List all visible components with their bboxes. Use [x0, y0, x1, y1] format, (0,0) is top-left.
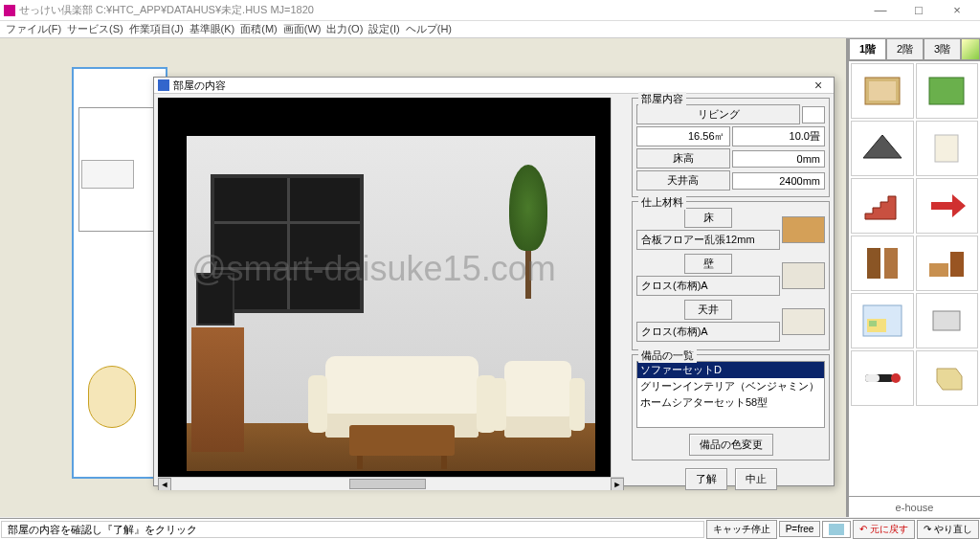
dialog-icon	[158, 79, 169, 91]
mat-wall-swatch[interactable]	[782, 262, 825, 289]
tool-grid	[849, 61, 980, 496]
preview-armchair	[504, 361, 571, 438]
list-item[interactable]: グリーンインテリア（ベンジャミン）	[637, 378, 824, 394]
tool-furniture[interactable]	[916, 236, 979, 291]
scroll-left-icon[interactable]: ◄	[158, 478, 171, 490]
menubar: ファイル(F) サービス(S) 作業項目(J) 基準眼(K) 面積(M) 画面(…	[0, 21, 980, 38]
tool-bedroom[interactable]	[851, 293, 914, 348]
menu-area[interactable]: 面積(M)	[240, 22, 278, 36]
tool-door[interactable]	[851, 236, 914, 291]
menu-help[interactable]: ヘルプ(H)	[406, 22, 452, 36]
minimize-button[interactable]: —	[861, 1, 900, 20]
mat-ceil-value[interactable]: クロス(布柄)A	[636, 322, 780, 342]
redo-button[interactable]: ↷ やり直し	[917, 520, 979, 539]
menu-output[interactable]: 出力(O)	[326, 22, 363, 36]
svg-marker-3	[863, 135, 902, 158]
preview-tv	[196, 273, 234, 326]
svg-rect-16	[865, 374, 880, 382]
close-button[interactable]: ×	[938, 1, 976, 20]
svg-marker-5	[865, 196, 896, 219]
floor-height-value[interactable]: 0mm	[732, 150, 826, 168]
dialog-titlebar[interactable]: 部屋の内容 ×	[154, 78, 834, 94]
undo-button[interactable]: ↶ 元に戻す	[853, 520, 915, 539]
room-color-swatch[interactable]	[802, 106, 825, 124]
tool-marker[interactable]	[851, 350, 914, 406]
ceiling-height-value[interactable]: 2400mm	[732, 172, 826, 190]
list-item[interactable]: ソファーセットD	[637, 362, 824, 378]
items-listbox[interactable]: ソファーセットD グリーンインテリア（ベンジャミン） ホームシアターセット58型	[636, 361, 825, 428]
svg-rect-4	[935, 135, 958, 162]
tool-box[interactable]	[916, 350, 979, 406]
tab-floor3[interactable]: 3階	[924, 38, 961, 60]
mat-ceil-swatch[interactable]	[782, 308, 825, 335]
group-items-title: 備品の一覧	[638, 348, 697, 363]
room-name-field[interactable]: リビング	[636, 104, 800, 124]
tool-roof[interactable]	[851, 121, 914, 176]
tool-arrow[interactable]	[916, 178, 979, 234]
svg-rect-7	[867, 248, 880, 279]
ok-button[interactable]: 了解	[685, 468, 727, 490]
mat-wall-value[interactable]: クロス(布柄)A	[636, 276, 780, 296]
tool-fixture[interactable]	[916, 293, 979, 348]
pfree-button[interactable]: P=free	[779, 521, 821, 537]
menu-grid[interactable]: 基準眼(K)	[189, 22, 235, 36]
scroll-right-icon[interactable]: ►	[611, 478, 624, 490]
svg-rect-13	[869, 321, 877, 326]
ehouse-label: e-house	[849, 496, 980, 517]
scroll-thumb[interactable]	[349, 479, 426, 489]
item-color-button[interactable]: 備品の色変更	[689, 434, 773, 456]
mat-ceil-label: 天井	[684, 300, 732, 320]
tool-lawn[interactable]	[916, 63, 979, 119]
statusbar: 部屋の内容を確認し『了解』をクリック キャッチ停止 P=free ↶ 元に戻す …	[0, 518, 980, 539]
list-item[interactable]: ホームシアターセット58型	[637, 394, 824, 411]
svg-point-17	[891, 373, 901, 383]
app-logo-icon	[4, 5, 15, 16]
tab-floor1[interactable]: 1階	[849, 38, 886, 60]
mat-floor-label: 床	[684, 208, 732, 228]
floor-height-label: 床高	[636, 148, 730, 168]
menu-work[interactable]: 作業項目(J)	[129, 22, 184, 36]
tab-floor2[interactable]: 2階	[886, 38, 924, 60]
svg-rect-14	[933, 311, 960, 330]
titlebar: せっけい倶楽部 C:¥HTC_APP¥DATAHUS¥未定.HUS MJ=182…	[0, 0, 980, 21]
svg-rect-9	[929, 263, 948, 277]
properties-panel: 部屋内容 リビング 16.56㎡ 10.0畳 床高 0mm 天井高 2400mm	[628, 94, 834, 494]
group-room-title: 部屋内容	[638, 92, 686, 106]
tab-color-icon[interactable]	[961, 38, 980, 60]
svg-rect-8	[884, 248, 898, 279]
group-material-title: 仕上材料	[638, 195, 686, 210]
status-message: 部屋の内容を確認し『了解』をクリック	[1, 521, 704, 538]
tool-stairs[interactable]	[851, 178, 914, 234]
group-material: 仕上材料 床 合板フロアー乱張12mm 壁 クロス(布柄)A	[632, 201, 830, 350]
svg-marker-6	[931, 194, 966, 217]
mat-wall-label: 壁	[684, 254, 732, 274]
group-items: 備品の一覧 ソファーセットD グリーンインテリア（ベンジャミン） ホームシアター…	[632, 354, 830, 460]
menu-screen[interactable]: 画面(W)	[283, 22, 322, 36]
dialog-close-button[interactable]: ×	[807, 78, 830, 93]
dialog-buttons: 了解 中止	[632, 468, 830, 490]
preview-scrollbar-h[interactable]: ◄ ►	[158, 477, 624, 490]
catch-stop-button[interactable]: キャッチ停止	[706, 520, 777, 539]
svg-rect-2	[929, 78, 964, 104]
window-title: せっけい倶楽部 C:¥HTC_APP¥DATAHUS¥未定.HUS MJ=182…	[19, 3, 314, 17]
menu-file[interactable]: ファイル(F)	[6, 22, 61, 36]
menu-service[interactable]: サービス(S)	[67, 22, 123, 36]
tool-panel: 1階 2階 3階 e-house	[848, 38, 980, 517]
room-area-tatami: 10.0畳	[732, 126, 826, 146]
tool-wall[interactable]	[916, 121, 979, 176]
preview-tvunit	[191, 327, 244, 452]
svg-rect-10	[950, 252, 964, 277]
floorplan-stove	[81, 160, 134, 189]
room-3d-preview[interactable]: ◄ ►	[158, 98, 624, 490]
svg-rect-1	[869, 81, 896, 101]
preview-scrollbar-v[interactable]	[611, 98, 624, 477]
dialog-title-text: 部屋の内容	[173, 79, 226, 93]
maximize-button[interactable]: □	[900, 1, 938, 20]
group-room: 部屋内容 リビング 16.56㎡ 10.0畳 床高 0mm 天井高 2400mm	[632, 98, 830, 197]
menu-settings[interactable]: 設定(I)	[368, 22, 399, 36]
status-icon-1[interactable]	[822, 521, 851, 538]
mat-floor-value[interactable]: 合板フロアー乱張12mm	[636, 230, 780, 250]
cancel-button[interactable]: 中止	[735, 468, 777, 490]
tool-tatami[interactable]	[851, 63, 914, 119]
mat-floor-swatch[interactable]	[782, 216, 825, 243]
